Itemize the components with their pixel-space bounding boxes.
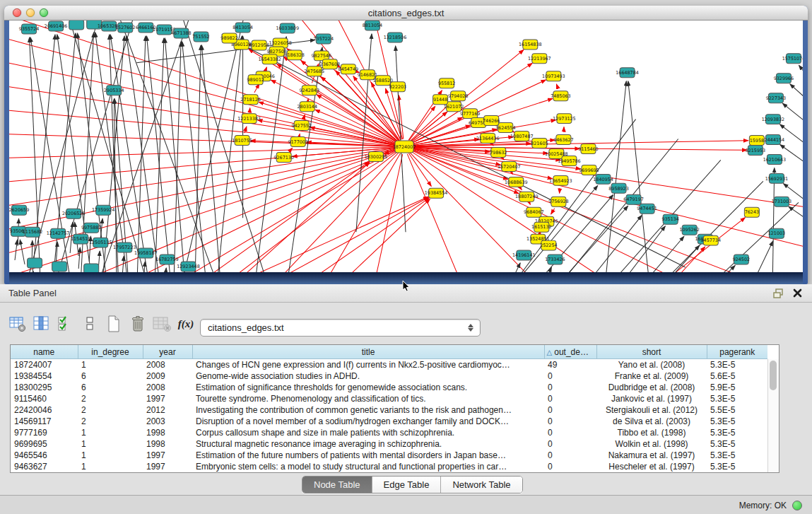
- network-node[interactable]: 955812: [438, 78, 455, 88]
- table-cell[interactable]: 2008: [143, 359, 192, 371]
- network-node[interactable]: 9227343: [766, 93, 786, 103]
- table-cell[interactable]: Embryonic stem cells: a model to study s…: [192, 461, 544, 472]
- column-header-short[interactable]: short: [596, 345, 707, 359]
- table-cell[interactable]: 0: [544, 416, 596, 427]
- network-node[interactable]: 15958: [749, 136, 764, 146]
- table-cell[interactable]: 9777169: [11, 427, 78, 438]
- table-cell[interactable]: 5.3E-5: [707, 416, 767, 427]
- deselect-all-rows-icon[interactable]: [79, 314, 100, 334]
- table-row[interactable]: 946362711997Embryonic stem cells: a mode…: [11, 461, 767, 472]
- zoom-window-button[interactable]: [40, 8, 48, 17]
- table-cell[interactable]: 49: [544, 359, 596, 371]
- table-cell[interactable]: Franke et al. (2009): [596, 370, 707, 382]
- select-all-rows-icon[interactable]: [55, 314, 76, 334]
- network-node[interactable]: 2718126: [240, 95, 260, 105]
- close-icon[interactable]: [793, 288, 802, 298]
- network-node[interactable]: 9777169: [460, 109, 480, 119]
- table-cell[interactable]: 2: [78, 393, 143, 404]
- network-node[interactable]: 15720407: [498, 161, 521, 171]
- table-cell[interactable]: 9699695: [11, 438, 78, 450]
- table-cell[interactable]: 5.9E-5: [707, 382, 767, 393]
- network-node[interactable]: 91448: [433, 95, 448, 105]
- table-row[interactable]: 946554611997Estimation of the future num…: [11, 450, 767, 461]
- network-node[interactable]: 12505135: [89, 238, 112, 247]
- network-node[interactable]: 1615132: [531, 222, 551, 232]
- delete-icon[interactable]: [127, 314, 148, 334]
- new-file-icon[interactable]: [103, 314, 124, 334]
- table-cell[interactable]: Yano et al. (2008): [596, 359, 707, 371]
- table-cell[interactable]: 2003: [143, 416, 192, 427]
- table-cell[interactable]: 5.3E-5: [707, 450, 767, 461]
- scrollbar-thumb[interactable]: [770, 361, 777, 390]
- network-node[interactable]: 16210643: [763, 154, 787, 164]
- table-cell[interactable]: 5.5E-5: [707, 404, 767, 416]
- network-node[interactable]: 2905334: [104, 86, 124, 95]
- table-cell[interactable]: 1998: [143, 438, 192, 450]
- network-node[interactable]: 1810755: [232, 136, 252, 146]
- network-node[interactable]: 1840954: [593, 174, 613, 184]
- network-node[interactable]: 12213967: [528, 54, 551, 64]
- table-cell[interactable]: Genome-wide association studies in ADHD.: [192, 370, 544, 382]
- table-cell[interactable]: 2008: [143, 382, 192, 393]
- network-node[interactable]: 12973125: [553, 114, 576, 124]
- network-node[interactable]: 9699695: [579, 165, 599, 175]
- network-node[interactable]: 9474451: [637, 204, 657, 214]
- table-row[interactable]: 969969511998Structural magnetic resonanc…: [11, 438, 767, 450]
- table-cell[interactable]: 1: [78, 427, 143, 438]
- network-node[interactable]: 1731003: [772, 197, 792, 206]
- network-node[interactable]: 16033809: [276, 23, 299, 33]
- table-cell[interactable]: 5.3E-5: [707, 438, 767, 450]
- table-cell[interactable]: 2: [78, 404, 143, 416]
- network-node[interactable]: 121003: [768, 228, 785, 238]
- window-titlebar[interactable]: citations_edges.txt: [4, 6, 808, 21]
- table-cell[interactable]: 2: [78, 416, 143, 427]
- network-node[interactable]: 15751074: [782, 54, 803, 64]
- network-node[interactable]: 2803144: [298, 102, 317, 112]
- network-node[interactable]: [69, 21, 84, 30]
- table-cell[interactable]: 1: [78, 359, 143, 371]
- network-node[interactable]: 8413054: [233, 23, 252, 33]
- table-cell[interactable]: Changes of HCN gene expression and I(f) …: [192, 359, 544, 371]
- table-cell[interactable]: 1: [78, 450, 143, 461]
- table-cell[interactable]: 5.3E-5: [707, 359, 767, 371]
- network-node[interactable]: 16782759: [155, 255, 179, 264]
- network-node[interactable]: 822203: [389, 82, 406, 92]
- table-cell[interactable]: 0: [544, 393, 596, 404]
- table-cell[interactable]: Disruption of a novel member of a sodium…: [192, 416, 544, 427]
- network-node[interactable]: 1095262: [679, 225, 699, 235]
- table-cell[interactable]: 9465546: [11, 450, 78, 461]
- network-node[interactable]: 798632: [490, 147, 507, 157]
- table-cell[interactable]: 5.6E-5: [707, 370, 767, 382]
- minimize-window-button[interactable]: [26, 8, 35, 17]
- network-node[interactable]: 9115460: [578, 144, 598, 154]
- table-cell[interactable]: Stergiakouli et al. (2012): [596, 404, 707, 416]
- network-node[interactable]: [84, 264, 99, 272]
- network-node[interactable]: 9684067: [524, 207, 543, 217]
- network-node[interactable]: 10807487: [510, 132, 534, 141]
- network-node[interactable]: 9177003: [288, 137, 307, 147]
- table-cell[interactable]: de Silva et al. (2003): [596, 416, 707, 427]
- function-builder-icon[interactable]: f(x): [175, 314, 196, 334]
- network-node[interactable]: 924502: [733, 255, 750, 264]
- table-row[interactable]: 1456911722003Disruption of a novel membe…: [11, 416, 767, 427]
- table-cell[interactable]: 18300295: [11, 382, 78, 393]
- float-window-icon[interactable]: [773, 288, 784, 298]
- network-node[interactable]: 1154519: [71, 234, 90, 244]
- network-node[interactable]: 9463627: [553, 135, 573, 145]
- network-node[interactable]: 9329966: [774, 74, 794, 83]
- network-node[interactable]: 1527602: [115, 23, 135, 33]
- network-node[interactable]: 989012: [247, 75, 264, 85]
- network-node[interactable]: 17359924: [92, 205, 115, 215]
- table-cell[interactable]: 1997: [143, 393, 192, 404]
- table-scrollbar[interactable]: [767, 359, 779, 472]
- table-cell[interactable]: 2009: [143, 370, 192, 382]
- tab-network-table[interactable]: Network Table: [441, 477, 522, 493]
- network-node[interactable]: 8813054: [363, 21, 382, 30]
- table-cell[interactable]: 9115460: [11, 393, 78, 404]
- network-node[interactable]: 8958923: [608, 183, 628, 193]
- network-node[interactable]: 13218506: [384, 33, 407, 42]
- column-header-pagerank[interactable]: pagerank: [707, 345, 767, 359]
- table-cell[interactable]: Investigating the contribution of common…: [192, 404, 544, 416]
- tab-node-table[interactable]: Node Table: [302, 477, 372, 493]
- table-row[interactable]: 977716911998Corpus callosum shape and si…: [11, 427, 767, 438]
